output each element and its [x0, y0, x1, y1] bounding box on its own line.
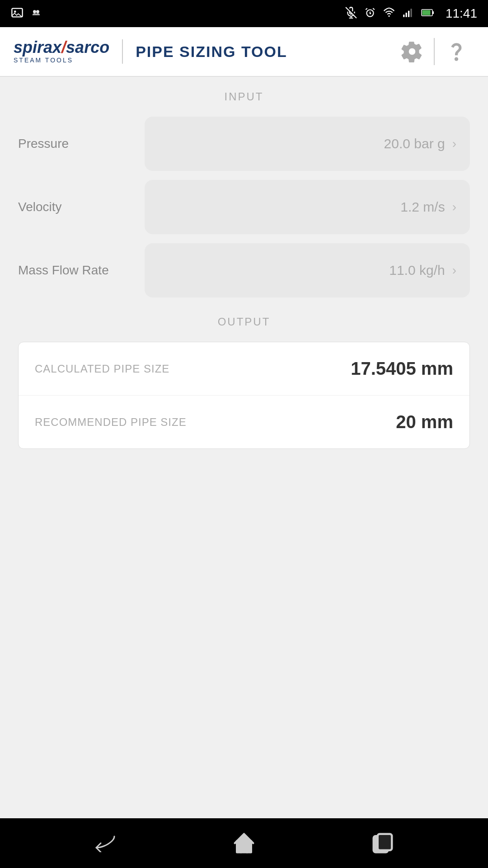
svg-point-3: [36, 10, 39, 13]
logo: spirax / sarco STEAM TOOLS: [14, 39, 109, 64]
header-actions: [394, 33, 474, 70]
output-section: OUTPUT CALCULATED PIPE SIZE 17.5405 mm R…: [18, 316, 470, 449]
header-title: PIPE SIZING TOOL: [136, 43, 394, 61]
svg-rect-14: [410, 9, 412, 17]
mass-flow-rate-value: 11.0 kg/h: [389, 263, 445, 278]
mass-flow-rate-field[interactable]: 11.0 kg/h ›: [145, 243, 470, 297]
svg-line-9: [373, 8, 374, 9]
velocity-field[interactable]: 1.2 m/s ›: [145, 180, 470, 234]
alarm-icon: [364, 7, 376, 20]
pressure-field[interactable]: 20.0 bar g ›: [145, 117, 470, 171]
svg-rect-17: [432, 11, 434, 14]
home-button[interactable]: [226, 830, 262, 857]
main-content: INPUT Pressure 20.0 bar g › Velocity 1.2…: [0, 77, 488, 818]
help-button[interactable]: [438, 33, 474, 70]
svg-point-1: [14, 10, 16, 13]
calculated-pipe-size-row: CALCULATED PIPE SIZE 17.5405 mm: [19, 342, 469, 396]
logo-steam-tools: STEAM TOOLS: [14, 57, 73, 64]
settings-button[interactable]: [394, 33, 430, 70]
svg-rect-16: [422, 10, 430, 15]
svg-rect-12: [406, 13, 407, 17]
input-section: INPUT Pressure 20.0 bar g › Velocity 1.2…: [18, 90, 470, 297]
svg-rect-11: [403, 14, 404, 17]
recommended-pipe-size-label: RECOMMENDED PIPE SIZE: [35, 416, 187, 429]
nav-bar: [0, 818, 488, 868]
logo-slash: /: [61, 39, 66, 56]
logo-spirax-text: spirax: [14, 39, 61, 56]
output-card: CALCULATED PIPE SIZE 17.5405 mm RECOMMEN…: [18, 342, 470, 449]
quote-icon: [30, 6, 42, 21]
pressure-chevron-icon: ›: [452, 137, 456, 151]
pressure-row: Pressure 20.0 bar g ›: [18, 117, 470, 171]
back-button[interactable]: [87, 830, 123, 857]
recommended-pipe-size-value: 20 mm: [396, 412, 453, 432]
velocity-row: Velocity 1.2 m/s ›: [18, 180, 470, 234]
mute-icon: [345, 7, 357, 20]
output-section-label: OUTPUT: [18, 316, 470, 328]
mass-flow-rate-row: Mass Flow Rate 11.0 kg/h ›: [18, 243, 470, 297]
input-section-label: INPUT: [18, 90, 470, 103]
calculated-pipe-size-label: CALCULATED PIPE SIZE: [35, 363, 169, 375]
logo-container: spirax / sarco STEAM TOOLS: [14, 39, 123, 64]
calculated-pipe-size-value: 17.5405 mm: [351, 359, 453, 379]
svg-rect-13: [408, 11, 409, 17]
velocity-label: Velocity: [18, 200, 145, 214]
recommended-pipe-size-row: RECOMMENDED PIPE SIZE 20 mm: [19, 396, 469, 448]
svg-point-10: [388, 15, 389, 17]
status-time: 11:41: [446, 6, 477, 21]
mass-flow-rate-chevron-icon: ›: [452, 263, 456, 278]
header: spirax / sarco STEAM TOOLS PIPE SIZING T…: [0, 27, 488, 77]
logo-sarco-text: sarco: [66, 39, 109, 56]
wifi-icon: [383, 7, 395, 20]
status-bar: 11:41: [0, 0, 488, 27]
pressure-label: Pressure: [18, 137, 145, 151]
velocity-chevron-icon: ›: [452, 200, 456, 214]
image-icon: [11, 6, 23, 21]
svg-point-2: [33, 10, 36, 13]
pressure-value: 20.0 bar g: [384, 136, 445, 151]
velocity-value: 1.2 m/s: [400, 199, 445, 215]
mass-flow-rate-label: Mass Flow Rate: [18, 263, 145, 278]
signal-icon: [402, 7, 414, 20]
svg-rect-19: [377, 834, 392, 850]
svg-line-8: [366, 8, 367, 9]
header-divider: [434, 38, 435, 65]
recents-button[interactable]: [365, 830, 401, 857]
battery-icon: [421, 8, 435, 19]
